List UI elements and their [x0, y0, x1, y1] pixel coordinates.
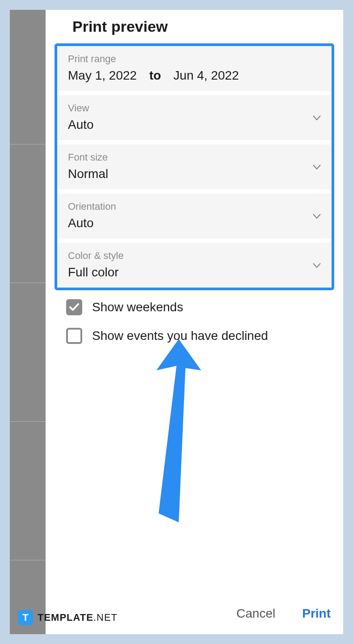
print-preview-panel: Print preview Print range May 1, 2022 to… [46, 10, 343, 634]
grid-line [10, 283, 46, 283]
orientation-dropdown[interactable]: Orientation Auto [57, 194, 332, 243]
show-declined-checkbox[interactable] [66, 328, 82, 344]
dialog-footer: Cancel Print [236, 606, 331, 621]
color-style-value: Full color [68, 265, 321, 280]
show-declined-label: Show events you have declined [92, 329, 268, 343]
grid-line [10, 560, 46, 560]
print-range-value: May 1, 2022 to Jun 4, 2022 [68, 68, 321, 83]
view-value: Auto [68, 118, 321, 132]
print-range-label: Print range [68, 53, 321, 65]
checkbox-group: Show weekends Show events you have decli… [46, 290, 343, 344]
watermark: T TEMPLATE.NET [18, 610, 118, 625]
show-declined-row[interactable]: Show events you have declined [66, 328, 343, 344]
chevron-down-icon [313, 213, 321, 221]
font-size-dropdown[interactable]: Font size Normal [57, 144, 332, 194]
color-style-label: Color & style [68, 250, 321, 262]
chevron-down-icon [313, 114, 321, 123]
watermark-badge: T [18, 610, 33, 625]
print-button[interactable]: Print [302, 606, 331, 621]
range-end[interactable]: Jun 4, 2022 [173, 68, 239, 82]
grid-line [10, 421, 46, 422]
show-weekends-checkbox[interactable] [66, 299, 82, 315]
check-icon [69, 303, 79, 311]
orientation-label: Orientation [68, 201, 321, 212]
font-size-value: Normal [68, 167, 321, 181]
view-label: View [68, 102, 321, 114]
range-start[interactable]: May 1, 2022 [68, 68, 137, 82]
print-range-section[interactable]: Print range May 1, 2022 to Jun 4, 2022 [57, 46, 332, 95]
view-dropdown[interactable]: View Auto [57, 95, 332, 144]
chevron-down-icon [313, 164, 321, 172]
show-weekends-label: Show weekends [92, 300, 183, 314]
orientation-value: Auto [68, 216, 321, 230]
watermark-text: TEMPLATE.NET [38, 612, 118, 623]
color-style-dropdown[interactable]: Color & style Full color [57, 243, 332, 288]
page-title: Print preview [46, 10, 343, 43]
chevron-down-icon [313, 262, 321, 270]
show-weekends-row[interactable]: Show weekends [66, 299, 343, 315]
background-overlay: Print preview Print range May 1, 2022 to… [10, 10, 343, 634]
settings-highlight-box: Print range May 1, 2022 to Jun 4, 2022 V… [55, 43, 334, 290]
grid-line [10, 144, 46, 144]
range-to: to [149, 68, 161, 82]
font-size-label: Font size [68, 152, 321, 163]
cancel-button[interactable]: Cancel [236, 606, 275, 621]
